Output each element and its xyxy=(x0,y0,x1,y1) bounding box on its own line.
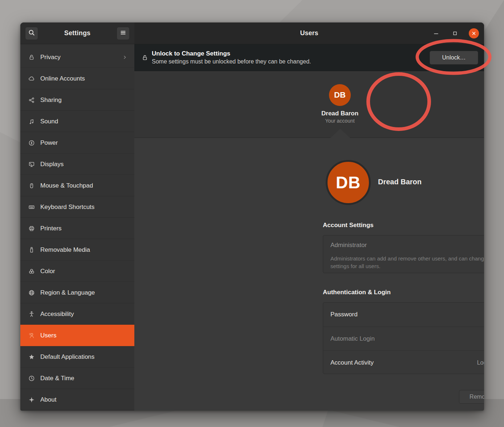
sidebar-item-date-time[interactable]: Date & Time xyxy=(20,368,134,389)
sidebar-item-label: Mouse & Touchpad xyxy=(40,182,128,189)
sidebar-item-accessibility[interactable]: Accessibility xyxy=(20,303,134,325)
menu-button[interactable] xyxy=(117,27,130,40)
globe-icon xyxy=(28,290,35,296)
sidebar-item-label: Removable Media xyxy=(40,246,128,254)
share-icon xyxy=(28,97,35,103)
sidebar-item-label: Sharing xyxy=(40,97,128,104)
sidebar-item-privacy[interactable]: Privacy xyxy=(20,46,134,68)
power-icon xyxy=(28,140,35,146)
sidebar-item-users[interactable]: Users xyxy=(20,325,134,346)
sidebar-item-label: Online Accounts xyxy=(40,75,128,82)
keyboard-icon xyxy=(28,204,35,210)
user-subtitle: Your account xyxy=(307,118,373,124)
sidebar-item-mouse-touchpad[interactable]: Mouse & Touchpad xyxy=(20,175,134,196)
pane-header: Users xyxy=(134,22,484,44)
automatic-login-row: Automatic Login xyxy=(323,327,484,350)
window-controls xyxy=(431,22,479,44)
color-wheel-icon xyxy=(28,268,35,275)
printer-icon xyxy=(28,225,35,232)
administrator-label: Administrator xyxy=(330,241,484,249)
sidebar-item-label: Users xyxy=(40,332,128,339)
sidebar-item-label: Region & Language xyxy=(40,289,128,296)
sidebar-item-label: Keyboard Shortcuts xyxy=(40,204,128,211)
sidebar-item-sharing[interactable]: Sharing xyxy=(20,89,134,111)
unlock-button[interactable]: Unlock… xyxy=(430,51,478,65)
sidebar-item-label: Privacy xyxy=(40,54,122,61)
remove-user-button[interactable]: Remove User… xyxy=(459,390,484,404)
sidebar: Settings PrivacyOnline AccountsSharingSo… xyxy=(20,22,134,411)
display-icon xyxy=(28,161,35,168)
sidebar-list: PrivacyOnline AccountsSharingSoundPowerD… xyxy=(20,44,134,410)
sidebar-item-default-applications[interactable]: Default Applications xyxy=(20,346,134,368)
lock-icon xyxy=(142,54,148,61)
sidebar-item-label: Color xyxy=(40,268,128,275)
hamburger-icon xyxy=(120,29,126,37)
account-settings-card: Administrator Administrators can add and… xyxy=(323,235,484,273)
minimize-button[interactable] xyxy=(431,28,441,38)
profile-avatar[interactable]: DB xyxy=(326,160,371,205)
cloud-icon xyxy=(28,75,35,82)
avatar: DB xyxy=(329,84,351,106)
user-name: Dread Baron xyxy=(307,110,373,118)
user-dread-baron[interactable]: DB Dread Baron Your account xyxy=(307,84,373,124)
password-row[interactable]: Password ••••• xyxy=(323,303,484,327)
sparkle-icon xyxy=(28,397,35,403)
sidebar-item-about[interactable]: About xyxy=(20,389,134,410)
sidebar-item-displays[interactable]: Displays xyxy=(20,153,134,175)
sidebar-item-keyboard-shortcuts[interactable]: Keyboard Shortcuts xyxy=(20,196,134,218)
automatic-login-label: Automatic Login xyxy=(330,335,484,342)
star-icon xyxy=(28,354,35,360)
sidebar-item-sound[interactable]: Sound xyxy=(20,111,134,132)
close-button[interactable] xyxy=(469,28,479,38)
search-button[interactable] xyxy=(25,27,38,40)
sidebar-item-printers[interactable]: Printers xyxy=(20,218,134,239)
mouse-icon xyxy=(28,182,35,189)
app-title: Settings xyxy=(64,29,91,37)
sidebar-item-label: Date & Time xyxy=(40,375,128,382)
sidebar-header: Settings xyxy=(20,22,134,44)
user-name: mumbly xyxy=(480,110,484,118)
users-panel: Users Unlock to Change Settings Some set… xyxy=(134,22,484,411)
account-settings-heading: Account Settings xyxy=(323,222,374,229)
sidebar-item-label: Accessibility xyxy=(40,311,128,318)
banner-subtitle: Some settings must be unlocked before th… xyxy=(152,58,430,65)
administrator-description: Administrators can add and remove other … xyxy=(330,255,484,270)
sidebar-item-online-accounts[interactable]: Online Accounts xyxy=(20,68,134,89)
settings-window: Settings PrivacyOnline AccountsSharingSo… xyxy=(20,22,484,411)
music-note-icon xyxy=(28,118,35,125)
accessibility-icon xyxy=(28,311,35,317)
password-label: Password xyxy=(330,311,484,318)
sidebar-item-label: Displays xyxy=(40,161,128,168)
banner-text: Unlock to Change Settings Some settings … xyxy=(152,50,430,65)
sidebar-item-label: Power xyxy=(40,139,128,147)
users-icon xyxy=(28,332,35,339)
sidebar-item-color[interactable]: Color xyxy=(20,260,134,282)
sidebar-item-label: Printers xyxy=(40,225,128,232)
auth-login-card: Password ••••• Automatic Login Account A… xyxy=(323,302,484,374)
search-icon xyxy=(28,29,35,38)
sidebar-item-label: Default Applications xyxy=(40,353,128,361)
sidebar-item-region-language[interactable]: Region & Language xyxy=(20,282,134,303)
sidebar-item-removable-media[interactable]: Removable Media xyxy=(20,239,134,260)
banner-title: Unlock to Change Settings xyxy=(152,50,430,58)
clock-icon xyxy=(28,375,35,382)
sidebar-item-label: Sound xyxy=(40,118,128,125)
chevron-right-icon xyxy=(122,54,128,60)
lock-icon xyxy=(28,54,35,61)
page-title: Users xyxy=(300,29,318,37)
usb-drive-icon xyxy=(28,247,35,253)
unlock-banner: Unlock to Change Settings Some settings … xyxy=(134,44,484,71)
profile-name: Dread Baron xyxy=(378,178,422,186)
account-activity-value: Logged in xyxy=(477,360,484,366)
sidebar-item-label: About xyxy=(40,396,128,403)
auth-login-heading: Authentication & Login xyxy=(323,289,391,296)
user-mumbly[interactable]: M mumbly xyxy=(480,84,484,118)
account-activity-row[interactable]: Account Activity Logged in xyxy=(323,350,484,374)
maximize-button[interactable] xyxy=(450,28,460,38)
user-carousel: DB Dread Baron Your account M mumbly xyxy=(134,71,484,138)
account-activity-label: Account Activity xyxy=(330,359,477,366)
selected-user-notch xyxy=(330,129,350,138)
sidebar-item-power[interactable]: Power xyxy=(20,132,134,153)
